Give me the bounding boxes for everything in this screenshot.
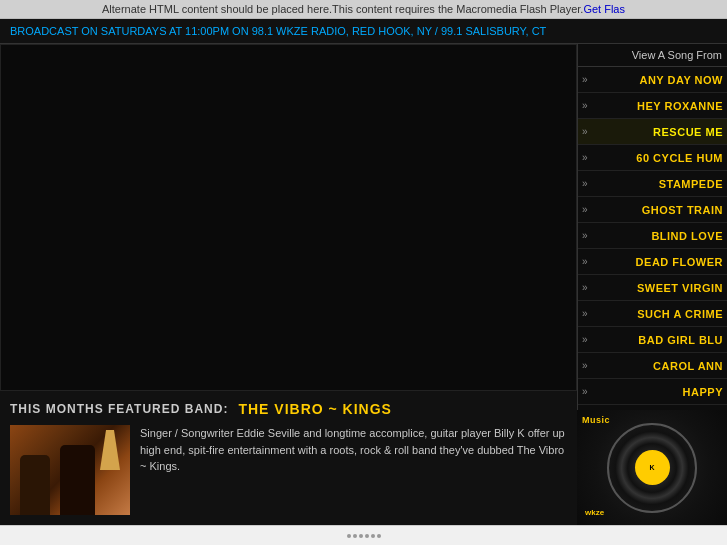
featured-band-section: THIS MONTHS FEATURED BAND: THE VIBRO ~ K… [0, 391, 577, 525]
song-name-9: SUCH A CRIME [592, 304, 727, 324]
song-item-4[interactable]: »STAMPEDE [578, 171, 727, 197]
song-bullet-3: » [578, 152, 592, 163]
song-name-4: STAMPEDE [592, 174, 727, 194]
song-name-8: SWEET VIRGIN [592, 278, 727, 298]
song-bullet-0: » [578, 74, 592, 85]
song-name-7: DEAD FLOWER [592, 252, 727, 272]
band-lamp-decoration [100, 430, 120, 470]
song-item-2[interactable]: »RESCUE ME [578, 119, 727, 145]
dot-2 [353, 534, 357, 538]
left-content: THIS MONTHS FEATURED BAND: THE VIBRO ~ K… [0, 44, 577, 525]
song-item-11[interactable]: »CAROL ANN [578, 353, 727, 379]
song-bullet-6: » [578, 230, 592, 241]
song-name-1: HEY ROXANNE [592, 96, 727, 116]
broadcast-text: BROADCAST ON SATURDAYS AT 11:00PM ON 98.… [10, 25, 546, 37]
song-name-0: ANY DAY NOW [592, 70, 727, 90]
dot-1 [347, 534, 351, 538]
vinyl-label: K [635, 450, 670, 485]
flash-notice-bar: Alternate HTML content should be placed … [0, 0, 727, 19]
dot-6 [377, 534, 381, 538]
dot-3 [359, 534, 363, 538]
flash-notice-text: Alternate HTML content should be placed … [102, 3, 583, 15]
featured-band-header: THIS MONTHS FEATURED BAND: THE VIBRO ~ K… [10, 401, 567, 417]
flash-content-area [0, 44, 577, 391]
song-name-12: HAPPY [592, 382, 727, 402]
vinyl-record: K [607, 423, 697, 513]
band-description: Singer / Songwriter Eddie Seville and lo… [140, 425, 567, 515]
song-name-5: GHOST TRAIN [592, 200, 727, 220]
song-name-2: RESCUE ME [592, 122, 727, 142]
song-bullet-8: » [578, 282, 592, 293]
song-bullet-9: » [578, 308, 592, 319]
featured-band-label: THIS MONTHS FEATURED BAND: [10, 402, 228, 416]
song-item-6[interactable]: »BLIND LOVE [578, 223, 727, 249]
dot-4 [365, 534, 369, 538]
song-item-5[interactable]: »GHOST TRAIN [578, 197, 727, 223]
featured-band-name: THE VIBRO ~ KINGS [238, 401, 392, 417]
song-name-10: BAD GIRL BLU [592, 330, 727, 350]
song-item-9[interactable]: »SUCH A CRIME [578, 301, 727, 327]
song-bullet-5: » [578, 204, 592, 215]
song-bullet-11: » [578, 360, 592, 371]
bottom-right-image: Music K wkze [577, 410, 727, 525]
song-bullet-12: » [578, 386, 592, 397]
scroll-dots [347, 534, 381, 538]
sidebar-header: View A Song From [578, 44, 727, 67]
song-item-0[interactable]: »ANY DAY NOW [578, 67, 727, 93]
song-name-6: BLIND LOVE [592, 226, 727, 246]
dot-5 [371, 534, 375, 538]
song-item-8[interactable]: »SWEET VIRGIN [578, 275, 727, 301]
song-bullet-7: » [578, 256, 592, 267]
featured-band-content: Singer / Songwriter Eddie Seville and lo… [10, 425, 567, 515]
song-item-3[interactable]: »60 CYCLE HUM [578, 145, 727, 171]
bottom-strip [0, 525, 727, 545]
song-name-11: CAROL ANN [592, 356, 727, 376]
song-item-7[interactable]: »DEAD FLOWER [578, 249, 727, 275]
song-item-12[interactable]: »HAPPY [578, 379, 727, 405]
music-text: Music [582, 415, 610, 425]
song-bullet-4: » [578, 178, 592, 189]
song-name-3: 60 CYCLE HUM [592, 148, 727, 168]
song-item-1[interactable]: »HEY ROXANNE [578, 93, 727, 119]
wkze-text: wkze [585, 508, 604, 517]
song-list: »ANY DAY NOW»HEY ROXANNE»RESCUE ME»60 CY… [578, 67, 727, 405]
vinyl-label-text: K [649, 464, 654, 472]
song-bullet-2: » [578, 126, 592, 137]
band-photo [10, 425, 130, 515]
song-bullet-10: » [578, 334, 592, 345]
broadcast-bar: BROADCAST ON SATURDAYS AT 11:00PM ON 98.… [0, 19, 727, 44]
get-flash-link[interactable]: Get Flas [583, 3, 625, 15]
song-item-10[interactable]: »BAD GIRL BLU [578, 327, 727, 353]
song-bullet-1: » [578, 100, 592, 111]
